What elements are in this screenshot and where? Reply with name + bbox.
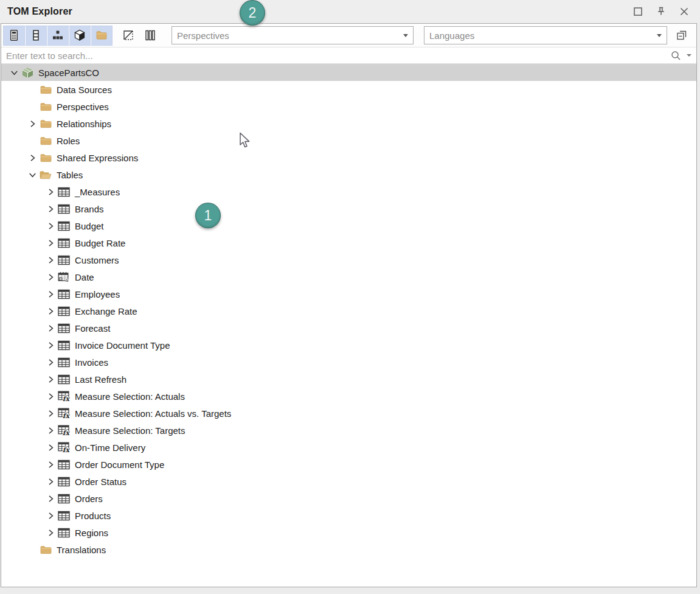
tree-item-label: Employees: [75, 288, 120, 299]
chevron-right-icon[interactable]: [45, 204, 56, 214]
tree-item-measures[interactable]: _Measures: [1, 183, 696, 200]
show-hidden-objects-button[interactable]: [117, 26, 139, 46]
tree-item-label: On-Time Delivery: [75, 442, 145, 453]
tree-item-measure-selection-actuals-vs-targets[interactable]: fxMeasure Selection: Actuals vs. Targets: [1, 405, 696, 422]
table-icon: [57, 323, 71, 334]
search-bar: [1, 47, 696, 64]
chevron-right-icon[interactable]: [27, 153, 38, 162]
tree-item-measure-selection-targets[interactable]: fxMeasure Selection: Targets: [1, 422, 696, 439]
svg-text:fx: fx: [63, 412, 70, 419]
chevron-right-icon[interactable]: [45, 323, 56, 333]
tree-item-label: Exchange Rate: [75, 306, 137, 316]
chevron-right-icon[interactable]: [45, 340, 56, 350]
toolbar: Perspectives Languages: [1, 24, 696, 47]
tree-item-last-refresh[interactable]: Last Refresh: [1, 371, 696, 388]
chevron-right-icon[interactable]: [45, 187, 56, 197]
chevron-right-icon[interactable]: [45, 494, 56, 503]
tree-item-orders[interactable]: Orders: [1, 490, 696, 507]
svg-text:fx: fx: [63, 446, 70, 453]
show-hierarchies-button[interactable]: [47, 26, 69, 46]
pin-button[interactable]: [654, 4, 668, 19]
tree-item-employees[interactable]: Employees: [1, 285, 696, 302]
chevron-right-icon[interactable]: [27, 119, 38, 128]
table-icon: [57, 357, 71, 368]
tree-item-invoice-document-type[interactable]: Invoice Document Type: [1, 337, 696, 354]
tree-item-label: Relationships: [57, 118, 111, 129]
show-display-folders-button[interactable]: [91, 26, 113, 46]
tom-explorer-window: TOM Explorer Perspectives Languages Spac…: [0, 0, 700, 594]
folder-icon: [39, 118, 52, 129]
tree-item-exchange-rate[interactable]: Exchange Rate: [1, 302, 696, 320]
chevron-right-icon[interactable]: [45, 255, 56, 265]
expander-placeholder: [27, 102, 38, 111]
tree-item-relationships[interactable]: Relationships: [1, 115, 696, 132]
search-input[interactable]: [6, 51, 670, 61]
show-partitions-button[interactable]: [139, 26, 161, 46]
chevron-right-icon[interactable]: [45, 477, 56, 486]
tree-item-forecast[interactable]: Forecast: [1, 320, 696, 337]
chevron-right-icon[interactable]: [45, 408, 56, 418]
tree-item-perspectives[interactable]: Perspectives: [1, 98, 696, 115]
chevron-down-expander-icon[interactable]: [27, 170, 38, 180]
tree-item-data-sources[interactable]: Data Sources: [1, 81, 696, 98]
tree-item-brands[interactable]: Brands: [1, 200, 696, 217]
chevron-right-icon[interactable]: [45, 442, 56, 452]
table-icon: [57, 306, 71, 316]
tree-item-budget[interactable]: Budget: [1, 217, 696, 234]
tree-item-label: Tables: [57, 169, 83, 180]
tree-item-order-document-type[interactable]: Order Document Type: [1, 456, 696, 473]
tree-item-products[interactable]: Products: [1, 507, 696, 524]
tree-item-regions[interactable]: Regions: [1, 524, 696, 541]
show-measures-button[interactable]: [3, 26, 25, 46]
perspectives-dropdown[interactable]: Perspectives: [172, 26, 414, 44]
maximize-button[interactable]: [631, 4, 645, 19]
tree-item-measure-selection-actuals[interactable]: fxMeasure Selection: Actuals: [1, 388, 696, 405]
chevron-right-icon[interactable]: [45, 306, 56, 316]
collapse-all-button[interactable]: [671, 26, 692, 44]
close-button[interactable]: [677, 4, 691, 19]
tree-item-customers[interactable]: Customers: [1, 251, 696, 268]
window-controls: [631, 4, 693, 19]
columns-icon: [30, 29, 42, 41]
tree-item-on-time-delivery[interactable]: fxOn-Time Delivery: [1, 439, 696, 456]
close-icon: [678, 5, 690, 18]
table-icon: [57, 237, 71, 248]
folder-icon: [39, 101, 52, 112]
chevron-right-icon[interactable]: [45, 511, 56, 520]
tree-item-label: Date: [75, 271, 94, 282]
tree-item-order-status[interactable]: Order Status: [1, 473, 696, 490]
chevron-down-expander-icon[interactable]: [9, 68, 19, 77]
tree-item-label: Order Status: [75, 476, 126, 487]
chevron-right-icon[interactable]: [45, 221, 56, 231]
chevron-right-icon[interactable]: [45, 289, 56, 299]
chevron-right-icon[interactable]: [45, 272, 56, 282]
window-title: TOM Explorer: [7, 6, 72, 17]
chevron-down-icon: [403, 34, 408, 37]
maximize-icon: [632, 5, 644, 18]
search-icon[interactable]: [670, 50, 682, 61]
tree-item-invoices[interactable]: Invoices: [1, 354, 696, 371]
expander-placeholder: [27, 85, 38, 94]
tree-item-budget-rate[interactable]: Budget Rate: [1, 234, 696, 251]
chevron-right-icon[interactable]: [45, 425, 56, 435]
calculated-table-icon: fx: [57, 442, 71, 453]
table-icon: [57, 527, 71, 538]
chevron-right-icon[interactable]: [45, 238, 56, 248]
chevron-right-icon[interactable]: [45, 357, 56, 367]
chevron-right-icon[interactable]: [45, 459, 56, 469]
tree-item-tables[interactable]: Tables: [1, 166, 696, 183]
search-options-chevron-icon[interactable]: [687, 54, 691, 57]
table-icon: [57, 510, 71, 521]
show-kpis-button[interactable]: [69, 26, 91, 46]
show-columns-button[interactable]: [25, 26, 47, 46]
tree-item-shared-expressions[interactable]: Shared Expressions: [1, 149, 696, 166]
tree-item-date[interactable]: 12xDate: [1, 268, 696, 285]
chevron-right-icon[interactable]: [45, 391, 56, 401]
languages-dropdown[interactable]: Languages: [424, 26, 667, 44]
tree-item-roles[interactable]: Roles: [1, 132, 696, 149]
chevron-right-icon[interactable]: [45, 528, 56, 537]
svg-text:12: 12: [60, 278, 62, 281]
tree-item-translations[interactable]: Translations: [1, 541, 696, 558]
tree-item-spacepartsco[interactable]: SpacePartsCO: [1, 64, 696, 81]
chevron-right-icon[interactable]: [45, 374, 56, 384]
